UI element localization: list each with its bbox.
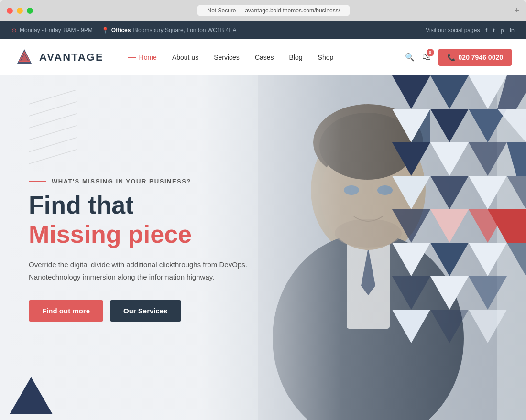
topbar-hours-value: 8AM - 9PM (64, 27, 93, 33)
browser-titlebar: Not Secure — avantage.bold-themes.com/bu… (0, 0, 526, 21)
nav-services[interactable]: Services (214, 54, 240, 61)
nav-right: 🔍 🛍 0 📞 020 7946 0020 (405, 49, 512, 66)
nav-home[interactable]: Home (128, 54, 157, 61)
topbar-offices: 📍 Offices Bloomsbury Square, London WC1B… (101, 27, 237, 34)
linkedin-icon[interactable]: in (510, 27, 515, 34)
hero-description: Override the digital divide with additio… (29, 258, 253, 283)
nav-home-label: Home (139, 54, 157, 61)
browser-close-dot[interactable] (7, 8, 13, 14)
header: AVANTAGE Home About us Services Cases Bl… (0, 39, 526, 75)
phone-button[interactable]: 📞 020 7946 0020 (438, 49, 512, 66)
nav-blog[interactable]: Blog (289, 54, 303, 61)
new-tab-button[interactable]: + (514, 6, 519, 16)
hero-eyebrow-text: WHAT'S MISSING IN YOUR BUSINESS? (52, 178, 191, 185)
hero-section: WHAT'S MISSING IN YOUR BUSINESS? Find th… (0, 75, 526, 420)
topbar-right: Visit our social pages f t p in (426, 27, 515, 34)
nav-about[interactable]: About us (172, 54, 198, 61)
logo-icon (14, 47, 34, 67)
hero-eyebrow-line (29, 181, 46, 182)
main-nav: Home About us Services Cases Blog Shop (128, 54, 405, 61)
nav-cases[interactable]: Cases (255, 54, 274, 61)
hero-title-line2: Missing piece (29, 221, 497, 248)
website: ⊙ Monday - Friday 8AM - 9PM 📍 Offices Bl… (0, 21, 526, 420)
hero-content: WHAT'S MISSING IN YOUR BUSINESS? Find th… (0, 75, 526, 420)
phone-icon: 📞 (447, 54, 455, 61)
facebook-icon[interactable]: f (485, 27, 487, 34)
topbar-left: ⊙ Monday - Friday 8AM - 9PM 📍 Offices Bl… (11, 27, 426, 34)
nav-active-dash (128, 57, 136, 58)
clock-icon: ⊙ (11, 27, 17, 34)
browser-minimize-dot[interactable] (17, 8, 23, 14)
url-bar[interactable]: Not Secure — avantage.bold-themes.com/bu… (197, 5, 350, 16)
our-services-button[interactable]: Our Services (110, 300, 181, 322)
offices-label: Offices (111, 27, 131, 33)
hero-buttons: Find out more Our Services (29, 300, 497, 322)
nav-shop[interactable]: Shop (318, 54, 334, 61)
search-icon[interactable]: 🔍 (405, 53, 415, 62)
twitter-icon[interactable]: t (493, 27, 495, 34)
social-text: Visit our social pages (426, 27, 480, 33)
pinterest-icon[interactable]: p (501, 27, 504, 34)
cart-badge: 0 (427, 49, 434, 56)
topbar-hours-label: Monday - Friday (20, 27, 61, 33)
location-icon: 📍 (101, 27, 109, 34)
logo[interactable]: AVANTAGE (14, 47, 104, 67)
browser-chrome: Not Secure — avantage.bold-themes.com/bu… (0, 0, 526, 21)
find-out-more-button[interactable]: Find out more (29, 300, 103, 322)
cart-button[interactable]: 🛍 0 (422, 52, 431, 62)
hero-eyebrow: WHAT'S MISSING IN YOUR BUSINESS? (29, 178, 497, 185)
topbar-hours: ⊙ Monday - Friday 8AM - 9PM (11, 27, 93, 34)
logo-text: AVANTAGE (39, 51, 104, 64)
phone-number: 020 7946 0020 (459, 54, 503, 61)
topbar: ⊙ Monday - Friday 8AM - 9PM 📍 Offices Bl… (0, 21, 526, 39)
browser-addressbar: Not Secure — avantage.bold-themes.com/bu… (46, 5, 501, 16)
browser-maximize-dot[interactable] (27, 8, 33, 14)
offices-value: Bloomsbury Square, London WC1B 4EA (133, 27, 236, 33)
hero-title-line1: Find that (29, 192, 497, 219)
